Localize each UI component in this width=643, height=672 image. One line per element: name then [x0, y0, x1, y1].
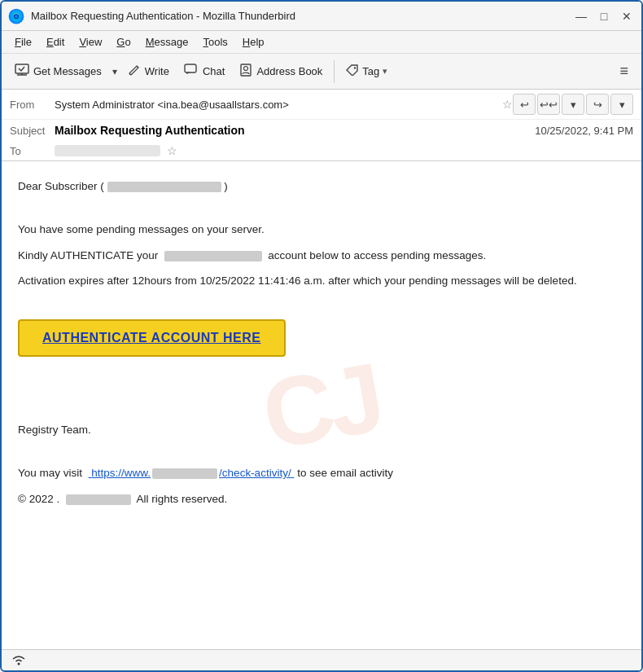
- footer-start: You may visit: [18, 467, 82, 479]
- menu-edit[interactable]: Edit: [40, 33, 71, 51]
- thunderbird-icon: [8, 8, 24, 24]
- to-row: To ☆: [2, 141, 641, 160]
- menu-view[interactable]: View: [72, 33, 108, 51]
- email-content: Dear Subscriber ( ) You have some pendin…: [18, 178, 625, 508]
- svg-rect-3: [15, 64, 28, 73]
- footer-link-start: https://www.: [91, 467, 151, 479]
- tag-dropdown-icon: ▾: [383, 66, 387, 77]
- body-para2: Kindly AUTHENTICATE your account below t…: [18, 247, 625, 265]
- signal-icon: [10, 652, 28, 665]
- forward-button[interactable]: ↪: [586, 94, 609, 115]
- from-row-left: From System Administrator <ina.bea@usaal…: [10, 98, 513, 111]
- tag-icon: [346, 64, 359, 78]
- minimize-button[interactable]: —: [573, 8, 589, 24]
- menu-file[interactable]: File: [8, 33, 38, 51]
- main-window: Mailbox Requesting Authentication - Mozi…: [0, 0, 643, 672]
- from-email: <ina.bea@usaallstars.com>: [157, 99, 288, 111]
- title-bar-controls: — □ ✕: [573, 8, 635, 24]
- para2-end: account below to access pending messages…: [268, 249, 486, 261]
- email-headers: From System Administrator <ina.bea@usaal…: [2, 90, 641, 161]
- write-button[interactable]: Write: [121, 60, 176, 83]
- from-star-icon[interactable]: ☆: [502, 98, 513, 111]
- closing-text: Registry Team.: [18, 421, 625, 439]
- toolbar-separator: [334, 60, 335, 83]
- account-blurred: [164, 251, 262, 261]
- hamburger-button[interactable]: ≡: [613, 59, 635, 83]
- address-book-label: Address Book: [256, 65, 322, 77]
- status-bar: [2, 649, 641, 670]
- reply-button[interactable]: ↩: [513, 94, 536, 115]
- connection-icon: [10, 652, 28, 669]
- menu-tools[interactable]: Tools: [196, 33, 234, 51]
- svg-point-2: [15, 15, 18, 18]
- svg-point-7: [354, 67, 356, 68]
- to-value-blurred: [55, 145, 160, 156]
- footer-link[interactable]: https://www./check-activity/: [89, 467, 295, 479]
- get-messages-label: Get Messages: [33, 65, 102, 77]
- footer-paragraph: You may visit https://www./check-activit…: [18, 464, 625, 482]
- subscriber-name-blurred: [107, 182, 221, 192]
- tag-button[interactable]: Tag ▾: [339, 61, 394, 81]
- body-para1: You have some pending messages on your s…: [18, 221, 625, 239]
- get-messages-dropdown[interactable]: ▾: [110, 63, 120, 81]
- nav-buttons: ↩ ↩↩ ▾ ↪ ▾: [513, 94, 633, 115]
- reply-all-button[interactable]: ↩↩: [537, 94, 560, 115]
- para2-start: Kindly AUTHENTICATE your: [18, 249, 158, 261]
- svg-point-8: [18, 662, 20, 665]
- menu-help[interactable]: Help: [236, 33, 271, 51]
- subject-row: Subject Mailbox Requesting Authenticatio…: [2, 120, 641, 141]
- window-title: Mailbox Requesting Authentication - Mozi…: [31, 10, 295, 22]
- menu-bar: File Edit View Go Message Tools Help: [2, 31, 641, 54]
- copyright: © 2022 .: [18, 493, 59, 505]
- menu-message[interactable]: Message: [139, 33, 195, 51]
- get-messages-button[interactable]: Get Messages: [8, 60, 108, 83]
- email-body: CJ Dear Subscriber ( ) You have some pen…: [2, 161, 641, 649]
- menu-go[interactable]: Go: [110, 33, 137, 51]
- write-icon: [128, 64, 141, 80]
- address-book-icon: [239, 64, 252, 80]
- subject-label: Subject: [10, 125, 55, 137]
- from-row: From System Administrator <ina.bea@usaal…: [2, 90, 641, 120]
- copyright-end: All rights reserved.: [137, 493, 228, 505]
- maximize-button[interactable]: □: [596, 8, 612, 24]
- chat-label: Chat: [203, 65, 225, 77]
- subject-text: Mailbox Requesting Authentication: [55, 124, 535, 137]
- chat-button[interactable]: Chat: [177, 60, 231, 83]
- close-button[interactable]: ✕: [619, 8, 635, 24]
- date-text: 10/25/2022, 9:41 PM: [535, 125, 633, 137]
- chat-icon: [184, 64, 199, 80]
- address-book-button[interactable]: Address Book: [233, 60, 329, 83]
- title-bar: Mailbox Requesting Authentication - Mozi…: [2, 2, 641, 31]
- svg-rect-4: [185, 64, 196, 72]
- from-address: System Administrator <ina.bea@usaallstar…: [55, 99, 497, 111]
- footer-link-end: /check-activity/: [219, 467, 291, 479]
- company-blurred: [66, 494, 131, 505]
- greeting-paragraph: Dear Subscriber ( ): [18, 178, 625, 195]
- authenticate-button[interactable]: AUTHENTICATE ACCOUNT HERE: [18, 319, 286, 357]
- from-name: System Administrator: [55, 99, 155, 111]
- domain-blurred: [152, 468, 217, 479]
- body-para3: Activation expires after 12hours from 10…: [18, 272, 625, 290]
- write-label: Write: [145, 65, 169, 77]
- forward-more-button[interactable]: ▾: [610, 94, 633, 115]
- title-bar-left: Mailbox Requesting Authentication - Mozi…: [8, 8, 295, 24]
- copyright-paragraph: © 2022 . All rights reserved.: [18, 490, 625, 508]
- footer-end: to see email activity: [297, 467, 393, 479]
- svg-point-6: [244, 66, 248, 70]
- greeting-end: ): [224, 180, 228, 192]
- tag-label: Tag: [362, 65, 379, 77]
- to-label: To: [10, 145, 55, 157]
- get-messages-icon: [15, 64, 29, 80]
- from-label: From: [10, 99, 55, 111]
- toolbar: Get Messages ▾ Write Chat: [2, 54, 641, 90]
- greeting-text: Dear Subscriber (: [18, 180, 104, 192]
- cta-container: AUTHENTICATE ACCOUNT HERE: [18, 305, 625, 371]
- more-button[interactable]: ▾: [562, 94, 584, 115]
- to-star-icon[interactable]: ☆: [167, 144, 177, 157]
